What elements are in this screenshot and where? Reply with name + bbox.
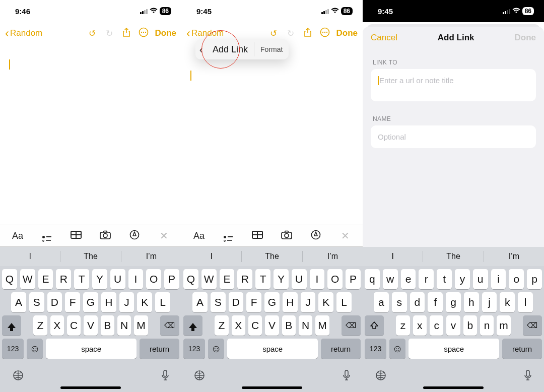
share-icon[interactable] (300, 28, 315, 39)
return-key[interactable]: return (321, 339, 361, 359)
emoji-key[interactable]: ☺ (27, 339, 43, 359)
suggestion-3[interactable]: I’m (121, 247, 181, 266)
key-j[interactable]: J (301, 292, 316, 312)
key-c[interactable]: C (67, 315, 81, 336)
key-l[interactable]: L (336, 292, 352, 312)
key-o[interactable]: O (146, 269, 161, 289)
key-q[interactable]: Q (2, 269, 17, 289)
backspace-key[interactable]: ⌫ (523, 315, 542, 336)
key-a[interactable]: A (11, 292, 26, 312)
name-field[interactable]: Optional (371, 125, 536, 148)
key-l[interactable]: l (518, 292, 533, 312)
backspace-key[interactable]: ⌫ (342, 315, 361, 336)
key-b[interactable]: B (101, 315, 114, 336)
key-v[interactable]: v (446, 315, 460, 336)
key-i[interactable]: I (128, 269, 144, 289)
key-v[interactable]: V (265, 315, 279, 336)
return-key[interactable]: return (502, 339, 542, 359)
home-indicator[interactable] (242, 386, 302, 389)
mic-icon[interactable] (161, 370, 169, 384)
key-y[interactable]: Y (274, 269, 289, 289)
suggestion-1[interactable]: I (0, 247, 60, 266)
backspace-key[interactable]: ⌫ (160, 315, 179, 336)
key-g[interactable]: G (264, 292, 280, 312)
key-r[interactable]: r (419, 269, 434, 289)
shift-key[interactable] (183, 315, 202, 336)
key-h[interactable]: H (283, 292, 298, 312)
key-w[interactable]: W (20, 269, 35, 289)
return-key[interactable]: return (140, 339, 179, 359)
text-style-button[interactable]: Aa (185, 231, 213, 241)
key-n[interactable]: N (299, 315, 312, 336)
text-style-button[interactable]: Aa (4, 231, 31, 241)
globe-icon[interactable] (375, 369, 387, 384)
camera-button[interactable] (273, 230, 300, 242)
suggestion-1[interactable]: I (181, 247, 241, 266)
key-v[interactable]: V (84, 315, 97, 336)
key-d[interactable]: d (410, 292, 425, 312)
key-a[interactable]: a (374, 292, 389, 312)
suggestion-2[interactable]: The (242, 247, 302, 266)
done-button[interactable]: Done (334, 28, 358, 38)
table-button[interactable] (244, 231, 271, 241)
key-c[interactable]: C (248, 315, 262, 336)
back-button[interactable]: ‹ Random (186, 27, 224, 39)
key-q[interactable]: q (365, 269, 380, 289)
key-e[interactable]: e (401, 269, 416, 289)
suggestion-2[interactable]: The (423, 247, 483, 266)
globe-icon[interactable] (193, 369, 206, 384)
mic-icon[interactable] (343, 370, 351, 384)
key-o[interactable]: o (509, 269, 524, 289)
space-key[interactable]: space (46, 339, 137, 359)
emoji-key[interactable]: ☺ (208, 339, 224, 359)
more-icon[interactable] (317, 27, 332, 40)
key-x[interactable]: X (232, 315, 245, 336)
key-d[interactable]: D (229, 292, 244, 312)
key-e[interactable]: E (38, 269, 53, 289)
markup-button[interactable] (121, 230, 148, 242)
back-button[interactable]: ‹ Random (5, 27, 42, 39)
home-indicator[interactable] (60, 386, 121, 389)
more-icon[interactable] (136, 27, 151, 40)
checklist-button[interactable] (215, 230, 242, 242)
key-u[interactable]: U (110, 269, 125, 289)
key-w[interactable]: w (383, 269, 398, 289)
share-icon[interactable] (119, 28, 134, 39)
numbers-key[interactable]: 123 (2, 339, 24, 359)
home-indicator[interactable] (423, 386, 484, 389)
key-u[interactable]: U (292, 269, 307, 289)
note-body[interactable] (181, 44, 363, 225)
suggestion-1[interactable]: I (363, 247, 423, 266)
key-k[interactable]: K (318, 292, 333, 312)
sheet-done-button[interactable]: Done (515, 33, 536, 43)
key-x[interactable]: X (50, 315, 64, 336)
shift-key[interactable] (365, 315, 384, 336)
key-r[interactable]: R (237, 269, 252, 289)
key-z[interactable]: z (396, 315, 410, 336)
checklist-button[interactable] (33, 230, 60, 242)
key-f[interactable]: F (65, 292, 80, 312)
key-s[interactable]: s (392, 292, 407, 312)
suggestion-3[interactable]: I’m (303, 247, 363, 266)
key-d[interactable]: D (47, 292, 62, 312)
keyboard[interactable]: I The I’m QWERTYUIOP ASDFGHJKL ZXCVBNM ⌫… (181, 247, 363, 392)
key-r[interactable]: R (56, 269, 71, 289)
key-t[interactable]: T (255, 269, 270, 289)
key-j[interactable]: J (119, 292, 134, 312)
key-z[interactable]: Z (215, 315, 228, 336)
key-y[interactable]: Y (92, 269, 107, 289)
key-f[interactable]: f (428, 292, 443, 312)
undo-icon[interactable]: ↺ (85, 28, 100, 39)
key-s[interactable]: S (211, 292, 226, 312)
cancel-button[interactable]: Cancel (371, 33, 397, 43)
suggestion-2[interactable]: The (60, 247, 120, 266)
key-z[interactable]: Z (33, 315, 47, 336)
undo-icon[interactable]: ↺ (266, 28, 281, 39)
keyboard[interactable]: I The I’m qwertyuiop asdfghjkl zxcvbnm ⌫… (363, 247, 544, 392)
key-m[interactable]: m (497, 315, 510, 336)
key-t[interactable]: t (437, 269, 452, 289)
context-add-link[interactable]: Add Link (207, 44, 254, 55)
shift-key[interactable] (2, 315, 21, 336)
mic-icon[interactable] (524, 370, 532, 384)
key-p[interactable]: P (164, 269, 179, 289)
